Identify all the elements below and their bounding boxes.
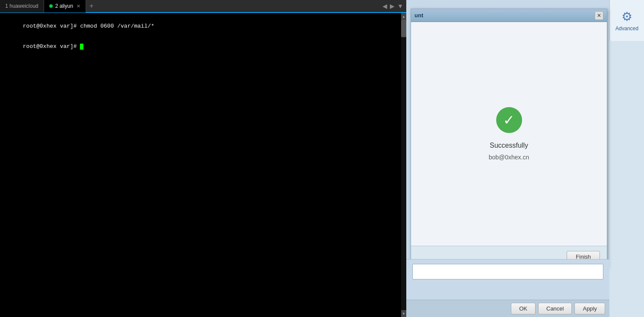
- advanced-button[interactable]: ⚙ Advanced: [609, 0, 644, 41]
- scrollbar-up-button[interactable]: ▲: [401, 13, 406, 20]
- tab-1-label: 1 huaweicloud: [5, 3, 38, 9]
- dialog-window: unt ✕ ✓ Successfully bob@0xhex.cn Finish: [411, 9, 607, 268]
- tab-navigation: ◀ ▶ ▼: [381, 3, 406, 10]
- terminal-line-1: root@0xhex var]# chmod 0600 /var/mail/*: [3, 16, 404, 36]
- success-text: Successfully: [490, 142, 528, 149]
- dialog-close-button[interactable]: ✕: [595, 11, 603, 20]
- dialog-title: unt: [414, 12, 595, 19]
- bottom-area: OK Cancel Apply: [406, 259, 609, 317]
- terminal-tabs: 1 huaweicloud 2 aliyun ✕ + ◀ ▶ ▼: [0, 0, 406, 13]
- tab-aliyun[interactable]: 2 aliyun ✕: [44, 0, 86, 13]
- right-panel: ⚙ Advanced y unt ✕ ✓ Successfully bob@0x…: [406, 0, 644, 317]
- cancel-button[interactable]: Cancel: [538, 303, 572, 314]
- close-icon: ✕: [597, 13, 601, 19]
- dialog-body: ✓ Successfully bob@0xhex.cn: [411, 22, 607, 246]
- tab-menu-icon[interactable]: ▼: [396, 3, 405, 10]
- terminal-container: 1 huaweicloud 2 aliyun ✕ + ◀ ▶ ▼ root@0x…: [0, 0, 406, 317]
- tab-next-icon[interactable]: ▶: [389, 3, 396, 10]
- bottom-text-field[interactable]: [412, 264, 603, 279]
- terminal-cursor: [80, 44, 83, 50]
- dialog-titlebar: unt ✕: [411, 9, 607, 22]
- ok-button[interactable]: OK: [511, 303, 536, 314]
- tab-huaweicloud[interactable]: 1 huaweicloud: [0, 0, 44, 13]
- success-icon-circle: ✓: [496, 107, 522, 133]
- scrollbar-track[interactable]: [401, 20, 406, 310]
- tab-prev-icon[interactable]: ◀: [381, 3, 389, 10]
- scrollbar-down-button[interactable]: ▼: [401, 310, 406, 317]
- checkmark-icon: ✓: [503, 113, 515, 127]
- terminal-line-2: root@0xhex var]#: [3, 37, 404, 56]
- tab-active-dot: [49, 4, 53, 8]
- terminal-prompt-2: root@0xhex var]#: [23, 43, 80, 50]
- scrollbar-thumb: [401, 20, 406, 37]
- bottom-buttons: OK Cancel Apply: [406, 300, 609, 317]
- success-email: bob@0xhex.cn: [489, 154, 529, 161]
- advanced-label: Advanced: [615, 25, 638, 32]
- tab-close-icon[interactable]: ✕: [77, 3, 80, 9]
- tab-2-label: 2 aliyun: [55, 3, 73, 9]
- add-tab-button[interactable]: +: [86, 2, 97, 10]
- terminal-body[interactable]: root@0xhex var]# chmod 0600 /var/mail/* …: [0, 13, 406, 317]
- gear-icon: ⚙: [622, 10, 632, 24]
- terminal-scrollbar: ▲ ▼: [401, 13, 406, 317]
- apply-button[interactable]: Apply: [574, 303, 605, 314]
- terminal-prompt-1: root@0xhex var]# chmod 0600 /var/mail/*: [23, 23, 154, 29]
